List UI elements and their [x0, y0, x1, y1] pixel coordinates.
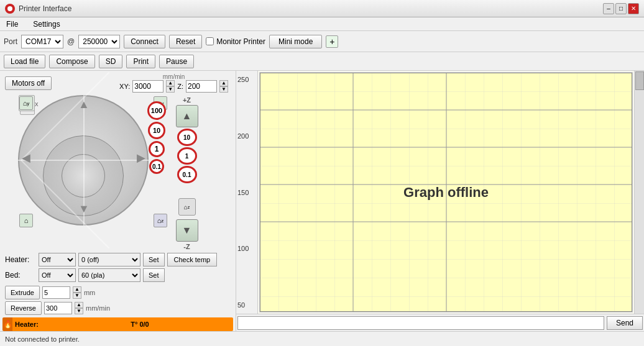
reverse-button[interactable]: Reverse — [5, 301, 42, 315]
xy-jog-pad: ⌂ x ⌂ x ⌂x ▲ — [2, 95, 167, 229]
speed-100-btn[interactable]: 100 — [147, 101, 166, 120]
load-file-button[interactable]: Load file — [4, 55, 45, 68]
secondary-toolbar: Load file Compose SD Print Pause — [0, 52, 644, 71]
z-jog-panel: +Z ▲ 10 1 0.1 ⌂z ▼ -Z — [170, 95, 204, 250]
close-button[interactable]: ✕ — [628, 3, 639, 14]
compose-button[interactable]: Compose — [49, 55, 94, 68]
graph-offline-text: Graph offline — [403, 184, 489, 201]
xy-speed-input[interactable] — [132, 80, 163, 93]
heater-status-bar: 🔥 Heater: T° 0/0 — [2, 317, 233, 331]
reverse-unit-label: mm/min — [86, 304, 110, 312]
extrude-button[interactable]: Extrude — [5, 286, 40, 299]
y-label-150: 150 — [237, 189, 256, 196]
y-label-100: 100 — [237, 245, 256, 252]
status-bars: 🔥 Heater: T° 0/0 🔥 Bed: T° 0/0 — [0, 316, 236, 331]
check-temp-button[interactable]: Check temp — [167, 253, 218, 266]
speed-1-btn[interactable]: 1 — [149, 141, 165, 157]
jog-area: ⌂ x ⌂ x ⌂x ▲ — [0, 95, 236, 250]
menu-settings[interactable]: Settings — [29, 19, 63, 30]
left-panel: Motors off mm/min XY: ▲ ▼ Z: ▲ ▼ — [0, 71, 236, 331]
baud-select[interactable]: 250000 — [78, 35, 120, 48]
xy-axis-label: x — [35, 100, 39, 107]
motors-off-button[interactable]: Motors off — [5, 76, 52, 90]
z-minus-button[interactable]: ▼ — [176, 219, 198, 242]
home-bottom-left[interactable]: ⌂ — [19, 214, 33, 227]
z-speed-down[interactable]: ▼ — [219, 86, 228, 93]
z-axis-label: +Z — [183, 96, 191, 104]
app-icon — [5, 4, 15, 14]
extrude-down-btn[interactable]: ▼ — [73, 293, 81, 299]
right-panel: 250 200 150 100 50 — [236, 71, 644, 331]
print-button[interactable]: Print — [126, 55, 155, 68]
z-speed-01-btn[interactable]: 0.1 — [177, 166, 197, 183]
window-controls: – □ ✕ — [603, 3, 639, 14]
jog-up-button[interactable]: ▲ — [76, 96, 92, 112]
maximize-button[interactable]: □ — [615, 3, 627, 14]
z-home-button[interactable]: ⌂z — [178, 198, 196, 216]
main-area: Motors off mm/min XY: ▲ ▼ Z: ▲ ▼ — [0, 71, 644, 331]
port-label: Port — [4, 37, 17, 46]
reverse-speed-input[interactable] — [44, 302, 72, 314]
svg-point-0 — [7, 6, 12, 11]
heater-label: Heater: — [5, 255, 36, 264]
y-axis-labels: 250 200 150 100 50 — [236, 71, 258, 314]
speed-unit-label: mm/min — [163, 73, 185, 80]
xy-speed-up[interactable]: ▲ — [166, 80, 175, 86]
extrude-up-btn[interactable]: ▲ — [73, 286, 81, 293]
sd-button[interactable]: SD — [99, 55, 123, 68]
graph-area: Graph offline — [259, 72, 633, 312]
bed-set-button[interactable]: Set — [143, 268, 165, 282]
add-tab-button[interactable]: + — [326, 35, 338, 48]
y-label-200: 200 — [237, 132, 256, 140]
send-button[interactable]: Send — [607, 316, 643, 330]
connection-status-text: Not connected to printer. — [5, 335, 80, 343]
menu-bar: File Settings — [0, 17, 644, 31]
minimize-button[interactable]: – — [603, 3, 614, 14]
heater-status-select[interactable]: Off — [39, 253, 76, 266]
xy-speed-down[interactable]: ▼ — [166, 86, 175, 93]
graph-scrollbar[interactable] — [634, 71, 644, 314]
z-plus-button[interactable]: ▲ — [176, 105, 198, 127]
at-label: @ — [67, 37, 75, 46]
reset-button[interactable]: Reset — [169, 35, 202, 48]
heater-bar-icon: 🔥 — [2, 317, 12, 331]
bed-label: Bed: — [5, 271, 36, 280]
home-bottom-right[interactable]: ⌂z — [154, 214, 167, 227]
z-label: Z: — [177, 83, 183, 90]
z-speed-up[interactable]: ▲ — [219, 80, 228, 86]
xy-label: XY: — [119, 83, 130, 90]
bottom-status-bar: Not connected to printer. — [0, 331, 644, 346]
scrollbar-thumb[interactable] — [635, 71, 644, 90]
y-label-250: 250 — [237, 76, 256, 83]
bed-row: Bed: Off 60 (pla) Set — [5, 268, 231, 282]
mini-mode-button[interactable]: Mini mode — [269, 35, 322, 48]
command-input[interactable] — [237, 316, 604, 330]
z-speed-1-btn[interactable]: 1 — [177, 147, 197, 165]
menu-file[interactable]: File — [2, 19, 22, 30]
reverse-up-btn[interactable]: ▲ — [75, 302, 83, 308]
main-toolbar: Port COM17 @ 250000 Connect Reset Monito… — [0, 31, 644, 52]
heater-value-select[interactable]: 0 (off) — [78, 253, 140, 266]
window-title: Printer Interface — [19, 4, 603, 13]
title-bar: Printer Interface – □ ✕ — [0, 0, 644, 17]
reverse-down-btn[interactable]: ▼ — [75, 308, 83, 314]
heater-bar-temp: T° 0/0 — [47, 317, 233, 331]
heater-controls: Heater: Off 0 (off) Set Check temp Bed: … — [0, 250, 236, 285]
speed-01-btn[interactable]: 0.1 — [149, 159, 164, 174]
jog-down-button[interactable]: ▼ — [76, 201, 92, 217]
home-top-left[interactable]: ⌂y — [19, 96, 33, 110]
extrude-unit-label: mm — [84, 289, 95, 296]
heater-set-button[interactable]: Set — [143, 253, 165, 266]
bed-status-select[interactable]: Off — [39, 268, 76, 282]
monitor-printer-checkbox[interactable] — [206, 37, 214, 45]
extrude-amount-input[interactable] — [42, 286, 70, 299]
bed-value-select[interactable]: 60 (pla) — [78, 268, 140, 282]
z-speed-10-btn[interactable]: 10 — [177, 129, 197, 146]
jog-left-button[interactable]: ◀ — [18, 150, 34, 166]
speed-10-btn[interactable]: 10 — [148, 122, 165, 139]
z-speed-input[interactable] — [186, 80, 217, 93]
connect-button[interactable]: Connect — [124, 35, 165, 48]
pause-button[interactable]: Pause — [159, 55, 194, 68]
port-select[interactable]: COM17 — [21, 35, 63, 48]
reverse-row: Reverse ▲ ▼ mm/min — [5, 301, 231, 315]
